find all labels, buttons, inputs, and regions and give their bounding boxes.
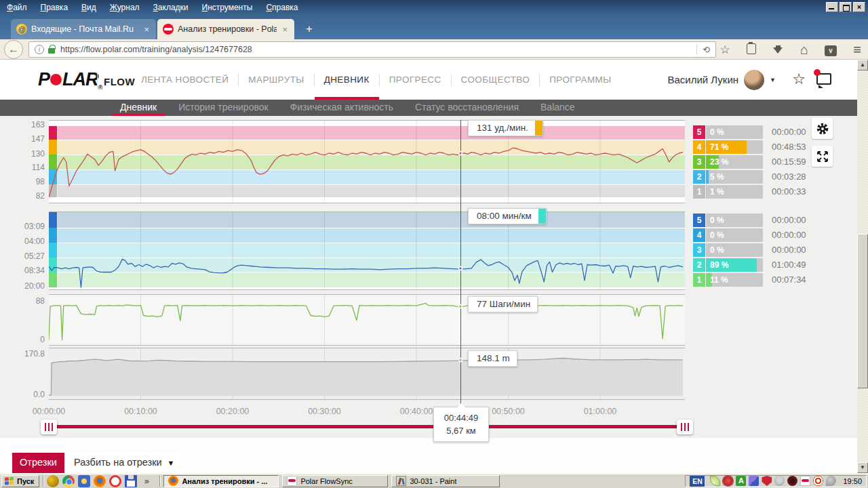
reload-icon[interactable]: ⟲: [696, 45, 710, 55]
nav-item-5[interactable]: ПРОГРАММЫ: [540, 60, 620, 100]
cadence-chart[interactable]: [49, 294, 685, 346]
tab-close-icon[interactable]: ×: [281, 24, 289, 35]
url-bar[interactable]: i https://flow.polar.com/training/analys…: [28, 41, 716, 58]
segments-button[interactable]: Отрезки: [12, 453, 64, 473]
zone-bar: 23 %: [706, 155, 763, 169]
browser-scrollbar[interactable]: ▲ ▼: [857, 60, 868, 473]
menu-item-закладки[interactable]: Закладки: [153, 3, 189, 12]
menu-item-журнал[interactable]: Журнал: [110, 3, 140, 12]
avatar[interactable]: [744, 70, 764, 90]
task-button-2[interactable]: 30-031 - Paint: [391, 475, 500, 487]
flowsync-tray-icon[interactable]: [800, 476, 810, 486]
blue-app-icon[interactable]: [78, 475, 90, 487]
overflow-chevron-icon[interactable]: »: [140, 476, 153, 485]
apps-icon[interactable]: [749, 476, 759, 486]
settings-button[interactable]: [812, 118, 833, 139]
range-slider-right-handle[interactable]: [677, 420, 693, 434]
antivirus-a-icon[interactable]: A: [736, 476, 746, 486]
url-text[interactable]: https://flow.polar.com/training/analysis…: [60, 45, 696, 54]
pace-axis-label: 05:27: [12, 251, 45, 262]
bookmarks-icon[interactable]: [747, 43, 756, 54]
hamburger-menu-icon[interactable]: ≡: [850, 43, 864, 56]
language-indicator[interactable]: EN: [690, 476, 705, 487]
altitude-tooltip: 148.1 m: [468, 350, 517, 367]
zone-percent: 11 %: [710, 273, 728, 287]
opera-icon[interactable]: [109, 475, 121, 487]
notifications-icon[interactable]: [816, 73, 831, 85]
speaker-icon[interactable]: [826, 476, 836, 486]
zone-number: 1: [693, 273, 705, 287]
subnav-item-1[interactable]: История тренировок: [170, 100, 276, 116]
scroll-up-button[interactable]: ▲: [857, 60, 868, 70]
drweb-icon[interactable]: [47, 475, 59, 487]
bookmark-star-icon[interactable]: ☆: [718, 44, 732, 56]
target-icon[interactable]: [813, 476, 823, 486]
task-button-1[interactable]: Polar FlowSync: [282, 475, 388, 487]
home-icon[interactable]: ⌂: [797, 43, 811, 56]
pace-axis-label: 20:00: [12, 281, 45, 291]
tab-close-icon[interactable]: ×: [142, 24, 151, 35]
hr-zones-table: 50 %00:00:00471 %00:48:53323 %00:15:5925…: [693, 125, 806, 200]
range-slider-track[interactable]: [49, 425, 685, 428]
chrome-icon[interactable]: [62, 475, 75, 487]
tab-polar-analysis[interactable]: Анализ тренировки - Polar F... ×: [157, 19, 294, 39]
menu-item-инструменты[interactable]: Инструменты: [202, 3, 253, 12]
zone-number: 3: [693, 243, 705, 257]
webcam-icon[interactable]: [774, 476, 785, 486]
user-name[interactable]: Василий Лукин: [667, 74, 738, 85]
hr-axis-label: 82: [12, 191, 45, 201]
zone-bar: 0 %: [706, 243, 763, 257]
pocket-icon[interactable]: ∨: [825, 45, 837, 56]
subnav-item-3[interactable]: Статус восстановления: [407, 100, 527, 116]
disc-icon[interactable]: [787, 476, 797, 486]
pace-chart[interactable]: [49, 211, 685, 290]
chevron-down-icon[interactable]: ▼: [770, 77, 776, 83]
menu-item-правка[interactable]: Правка: [41, 3, 68, 12]
nav-item-3[interactable]: ПРОГРЕСС: [380, 60, 451, 100]
flow-label: FLOW: [104, 76, 135, 87]
restore-button[interactable]: [840, 2, 852, 12]
shield-icon[interactable]: [762, 476, 772, 486]
x-axis-tick: 01:00:00: [584, 407, 617, 416]
menu-item-справка[interactable]: Справка: [266, 3, 298, 12]
cursor-time-tooltip: 00:44:49 5,67 км: [433, 407, 489, 442]
nav-item-4[interactable]: СООБЩЕСТВО: [452, 60, 540, 100]
nav-item-0[interactable]: ЛЕНТА НОВОСТЕЙ: [132, 60, 238, 100]
scroll-down-button[interactable]: ▼: [857, 462, 868, 473]
subnav-item-0[interactable]: Дневник: [112, 100, 165, 116]
screen: ФайлПравкаВидЖурналЗакладкиИнструментыСп…: [0, 0, 868, 488]
favorite-star-icon[interactable]: ☆: [792, 70, 806, 88]
save-icon[interactable]: [125, 475, 137, 487]
browser-toolbar: ← i https://flow.polar.com/training/anal…: [0, 39, 868, 60]
task-button-0[interactable]: Анализ тренировки - ...: [163, 475, 279, 487]
polar-logo[interactable]: PLAR®: [38, 69, 102, 91]
minimize-button[interactable]: [826, 2, 838, 12]
new-tab-button[interactable]: +: [301, 22, 317, 37]
x-axis-tick: 00:10:00: [124, 407, 157, 416]
nav-item-1[interactable]: МАРШРУТЫ: [239, 60, 313, 100]
close-button[interactable]: ×: [853, 2, 865, 12]
pace-zones-table: 50 %00:00:0040 %00:00:0030 %00:00:00289 …: [693, 214, 806, 288]
range-slider-left-handle[interactable]: [41, 420, 57, 434]
subnav-item-4[interactable]: Balance: [532, 100, 583, 116]
split-segments-dropdown[interactable]: Разбить на отрезки▼: [64, 453, 184, 473]
scrollbar-thumb[interactable]: [857, 234, 868, 388]
info-icon[interactable]: i: [35, 45, 44, 54]
downloads-icon[interactable]: [773, 47, 783, 54]
start-button[interactable]: Пуск: [1, 475, 39, 487]
back-button[interactable]: ←: [4, 40, 23, 59]
leaf-icon[interactable]: [710, 476, 720, 486]
menu-item-файл[interactable]: Файл: [7, 3, 27, 12]
firefox-icon[interactable]: [94, 475, 106, 487]
tab-mailru[interactable]: Входящие - Почта Mail.Ru ×: [11, 19, 156, 39]
zone-bar: 1 %: [706, 185, 763, 199]
subnav-item-2[interactable]: Физическая активность: [282, 100, 401, 116]
altitude-chart[interactable]: [49, 348, 685, 400]
menu-item-вид[interactable]: Вид: [81, 3, 96, 12]
fullscreen-button[interactable]: [812, 146, 833, 167]
zone-fill: [706, 170, 709, 184]
nav-item-2[interactable]: ДНЕВНИК: [315, 60, 379, 100]
virus-monitor-icon[interactable]: [723, 476, 733, 486]
hr-chart[interactable]: [49, 120, 685, 203]
pace-axis-label: 08:34: [12, 266, 45, 276]
